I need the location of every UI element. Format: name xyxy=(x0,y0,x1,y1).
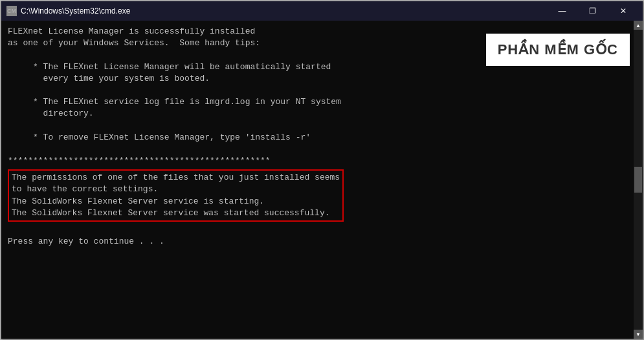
console-line-9 xyxy=(8,120,627,132)
titlebar-controls: — ❐ ✕ xyxy=(548,5,638,17)
cmd-icon: CM xyxy=(6,6,17,16)
console-line-8: directory. xyxy=(8,108,627,120)
after-line-1 xyxy=(8,224,627,236)
console-body: FLEXnet License Manager is successfully … xyxy=(1,21,643,339)
console-line-7: * The FLEXnet service log file is lmgrd.… xyxy=(8,96,627,108)
console-line-6 xyxy=(8,85,627,96)
highlighted-line-2: to have the correct settings. xyxy=(12,184,340,195)
console-separator: ****************************************… xyxy=(8,155,627,167)
press-any-key: Press any key to continue . . . xyxy=(8,236,627,248)
cmd-window: CM C:\Windows\System32\cmd.exe — ❐ ✕ FLE… xyxy=(1,1,643,339)
console-line-10: * To remove FLEXnet License Manager, typ… xyxy=(8,132,627,143)
titlebar-left: CM C:\Windows\System32\cmd.exe xyxy=(6,6,130,16)
console-line-11 xyxy=(8,143,627,155)
scroll-up-arrow[interactable]: ▲ xyxy=(634,21,643,30)
scrollbar-thumb[interactable] xyxy=(634,167,642,193)
titlebar: CM C:\Windows\System32\cmd.exe — ❐ ✕ xyxy=(1,1,643,21)
highlighted-line-3: The SolidWorks Flexnet Server service is… xyxy=(12,196,340,207)
console-line-5: every time your system is booted. xyxy=(8,73,627,85)
console-content: FLEXnet License Manager is successfully … xyxy=(1,21,634,339)
scrollbar[interactable]: ▲ ▼ xyxy=(634,21,643,339)
highlighted-line-1: The permissions of one of the files that… xyxy=(12,172,340,184)
restore-button[interactable]: ❐ xyxy=(578,5,607,17)
titlebar-title: C:\Windows\System32\cmd.exe xyxy=(21,6,130,16)
highlighted-message-box: The permissions of one of the files that… xyxy=(8,169,344,222)
watermark: PHẦN MỀM GỐC xyxy=(486,34,630,66)
minimize-button[interactable]: — xyxy=(548,5,577,17)
highlighted-line-4: The SolidWorks Flexnet Server service wa… xyxy=(12,207,340,219)
close-button[interactable]: ✕ xyxy=(608,5,638,17)
scroll-down-arrow[interactable]: ▼ xyxy=(634,330,643,339)
